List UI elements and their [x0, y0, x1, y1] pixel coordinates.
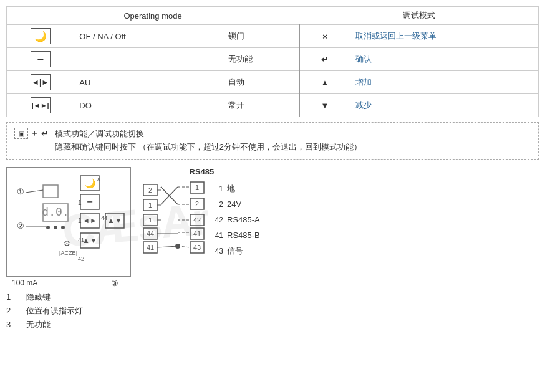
rs485-pin-label: 信号	[227, 246, 243, 257]
controller-svg: 🌙 x − 1 ◄► 1 ▲▼	[12, 173, 130, 269]
svg-text:−: −	[87, 196, 92, 207]
rs485-pin-num: 2	[211, 200, 223, 209]
svg-text:2: 2	[148, 186, 152, 194]
svg-text:42: 42	[78, 256, 84, 262]
svg-text:1: 1	[148, 216, 152, 224]
table-desc-cell: 减少	[350, 94, 539, 117]
svg-point-17	[61, 226, 65, 229]
arrows-v-icon: |◄►|	[31, 97, 51, 113]
rs485-wiring: 2 1 1 44 41	[143, 179, 260, 261]
mode-switch-text: 模式功能／调试功能切换 隐藏和确认键同时按下 （在调试功能下，超过2分钟不使用，…	[55, 128, 362, 154]
footnote-row: 3无功能	[6, 319, 539, 330]
footnote-text: 无功能	[26, 319, 51, 330]
rs485-connection-row: 43信号	[211, 244, 260, 258]
rs485-pin-num: 41	[211, 231, 223, 240]
table-symbol-cell: ×	[299, 25, 350, 48]
wiring-svg: 2 1 1 44 41	[143, 179, 206, 261]
svg-text:②: ②	[17, 221, 24, 231]
svg-text:43: 43	[193, 244, 201, 251]
minus-icon: −	[31, 51, 51, 67]
svg-text:[ACZE]: [ACZE]	[59, 250, 77, 256]
hidden-key-icon: ▣	[14, 128, 28, 139]
rs485-labels: 1地224V42RS485-A41RS485-B43信号	[211, 182, 260, 258]
rs485-section: RS485 2 1 1 44 41	[143, 167, 260, 261]
svg-text:2: 2	[195, 200, 199, 208]
svg-text:▲▼: ▲▼	[82, 236, 97, 245]
table-symbol-cell: ▲	[299, 71, 350, 94]
svg-text:⚙: ⚙	[64, 239, 70, 248]
footnote-text: 位置有误指示灯	[26, 305, 83, 317]
controller-diagram: 🌙 x − 1 ◄► 1 ▲▼	[6, 167, 131, 277]
rs485-pin-label: 24V	[227, 199, 241, 209]
svg-text:▲▼: ▲▼	[107, 216, 122, 225]
svg-text:42: 42	[193, 216, 201, 224]
svg-rect-14	[43, 185, 58, 198]
table-code-cell: –	[74, 48, 223, 71]
table-label-cell: 无功能	[223, 48, 299, 71]
svg-line-60	[157, 246, 178, 247]
mode-switch-section: ▣ ＋ ↵ 模式功能／调试功能切换 隐藏和确认键同时按下 （在调试功能下，超过2…	[6, 122, 539, 160]
svg-text:①: ①	[17, 187, 24, 196]
arrows-h-icon: ◄|►	[31, 74, 51, 90]
table-desc-cell: 取消或返回上一级菜单	[350, 25, 539, 48]
footnote-number: 3	[6, 320, 16, 329]
table-icon-cell: −	[7, 48, 74, 71]
rs485-connection-row: 42RS485-A	[211, 213, 260, 227]
table-desc-cell: 确认	[350, 48, 539, 71]
rs485-connection-row: 41RS485-B	[211, 229, 260, 242]
svg-text:44: 44	[101, 215, 107, 221]
footnote-number: 1	[6, 292, 16, 302]
table-code-cell: AU	[74, 71, 223, 94]
table-icon-cell: |◄►|	[7, 94, 74, 117]
mode-switch-icons: ▣ ＋ ↵	[14, 128, 49, 139]
table-code-cell: DO	[74, 94, 223, 117]
svg-text:41: 41	[193, 230, 201, 237]
rs485-title: RS485	[143, 167, 260, 176]
rs485-pin-label: RS485-A	[227, 215, 260, 224]
svg-text:1: 1	[78, 199, 82, 206]
table-label-cell: 锁门	[223, 25, 299, 48]
table-icon-cell: ◄|►	[7, 71, 74, 94]
table-icon-cell: 🌙	[7, 25, 74, 48]
svg-text:1: 1	[195, 184, 199, 191]
operating-mode-table: Operating mode 调试模式 🌙OF / NA / Off锁门×取消或…	[6, 6, 539, 117]
footnote-text: 隐藏键	[26, 292, 51, 303]
svg-line-25	[26, 190, 43, 193]
table-desc-cell: 增加	[350, 71, 539, 94]
footnote-row: 1隐藏键	[6, 292, 539, 303]
rs485-connection-row: 224V	[211, 198, 260, 211]
current-label: 100 mA	[12, 279, 37, 287]
svg-text:x: x	[97, 176, 100, 182]
svg-text:1: 1	[78, 218, 82, 224]
rs485-pin-label: RS485-B	[227, 231, 260, 240]
svg-text:◄►: ◄►	[82, 216, 97, 225]
diagram-section: 🌙 x − 1 ◄► 1 ▲▼	[6, 167, 539, 277]
svg-text:1: 1	[148, 201, 152, 209]
svg-text:d.0.: d.0.	[42, 205, 69, 218]
rs485-pin-num: 1	[211, 184, 223, 193]
rs485-pin-num: 43	[211, 247, 223, 256]
svg-point-15	[46, 226, 50, 229]
table-symbol-cell: ↵	[299, 48, 350, 71]
rs485-pin-num: 42	[211, 216, 223, 224]
table-label-cell: 常开	[223, 94, 299, 117]
svg-text:44: 44	[147, 230, 154, 237]
svg-text:🌙: 🌙	[85, 178, 96, 189]
callout-3: ③	[111, 279, 118, 288]
svg-point-16	[54, 226, 57, 229]
footnotes: 1隐藏键2位置有误指示灯3无功能	[6, 292, 539, 330]
table-symbol-cell: ▼	[299, 94, 350, 117]
moon-icon: 🌙	[31, 28, 51, 44]
table-header-right: 调试模式	[299, 7, 539, 25]
table-header-left: Operating mode	[7, 7, 299, 25]
footnote-number: 2	[6, 306, 16, 315]
rs485-pin-label: 地	[227, 183, 235, 194]
rs485-connection-row: 1地	[211, 182, 260, 196]
table-code-cell: OF / NA / Off	[74, 25, 223, 48]
footnote-row: 2位置有误指示灯	[6, 305, 539, 317]
svg-text:41: 41	[147, 244, 154, 251]
table-label-cell: 自动	[223, 71, 299, 94]
